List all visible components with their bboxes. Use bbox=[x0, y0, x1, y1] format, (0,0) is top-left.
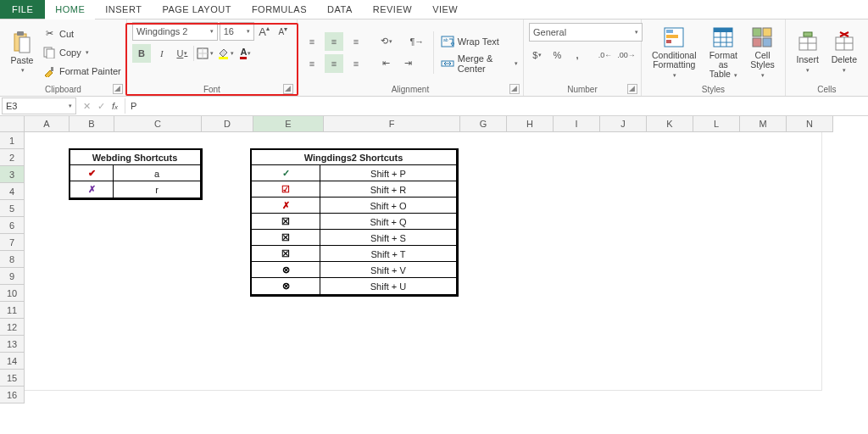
cell[interactable]: ⊗ bbox=[250, 261, 321, 279]
cell[interactable] bbox=[684, 148, 731, 165]
tab-formulas[interactable]: FORMULAS bbox=[242, 0, 317, 19]
cell[interactable] bbox=[69, 132, 114, 149]
cell[interactable] bbox=[638, 181, 685, 198]
increase-font-button[interactable]: A▴ bbox=[256, 22, 273, 41]
cell[interactable] bbox=[638, 326, 685, 342]
cell[interactable] bbox=[113, 197, 200, 214]
decrease-indent-button[interactable]: ⇤ bbox=[377, 54, 396, 73]
cell[interactable] bbox=[593, 293, 639, 310]
cell[interactable] bbox=[113, 277, 200, 294]
cell[interactable] bbox=[776, 181, 822, 198]
cell[interactable] bbox=[199, 132, 251, 149]
cell[interactable] bbox=[501, 181, 548, 198]
cell[interactable] bbox=[547, 342, 593, 359]
cell[interactable] bbox=[776, 293, 822, 310]
cell[interactable] bbox=[684, 358, 731, 375]
cell[interactable] bbox=[25, 358, 70, 375]
tab-insert[interactable]: INSERT bbox=[95, 0, 152, 19]
cell[interactable] bbox=[25, 213, 70, 230]
cell[interactable]: ✗ bbox=[69, 181, 114, 198]
cell[interactable] bbox=[776, 261, 822, 278]
cell[interactable]: Shift + T bbox=[320, 245, 457, 263]
cell[interactable] bbox=[69, 309, 114, 326]
cell[interactable] bbox=[113, 374, 200, 391]
cell[interactable] bbox=[638, 148, 685, 165]
cell[interactable]: Shift + U bbox=[320, 277, 457, 295]
increase-decimal-button[interactable]: .0← bbox=[597, 46, 614, 64]
cell[interactable] bbox=[684, 245, 731, 262]
row-header-6[interactable]: 6 bbox=[0, 217, 25, 234]
cell[interactable] bbox=[730, 326, 776, 342]
col-header-L[interactable]: L bbox=[693, 116, 740, 132]
cell[interactable] bbox=[250, 342, 320, 359]
col-header-D[interactable]: D bbox=[202, 116, 253, 132]
cell[interactable] bbox=[776, 342, 822, 359]
cell[interactable] bbox=[638, 132, 685, 149]
row-header-16[interactable]: 16 bbox=[0, 387, 25, 403]
cell[interactable] bbox=[593, 132, 639, 149]
cell[interactable] bbox=[593, 229, 639, 246]
enter-icon[interactable]: ✓ bbox=[97, 101, 105, 112]
cell[interactable]: ⊗ bbox=[250, 277, 321, 295]
cell[interactable] bbox=[730, 132, 776, 149]
fill-color-button[interactable]: ▾ bbox=[216, 44, 235, 63]
cell[interactable] bbox=[638, 164, 685, 181]
cell[interactable] bbox=[593, 245, 639, 262]
conditional-formatting-button[interactable]: ConditionalFormatting ▾ bbox=[647, 25, 702, 80]
row-header-12[interactable]: 12 bbox=[0, 319, 25, 336]
cell[interactable] bbox=[684, 164, 731, 181]
cell[interactable] bbox=[250, 293, 320, 310]
cell[interactable] bbox=[113, 326, 200, 342]
cell[interactable] bbox=[730, 229, 776, 246]
cell[interactable] bbox=[25, 164, 70, 181]
cell[interactable] bbox=[25, 261, 70, 278]
cell[interactable] bbox=[684, 374, 731, 391]
cell[interactable] bbox=[776, 326, 822, 342]
col-header-M[interactable]: M bbox=[740, 116, 787, 132]
col-header-I[interactable]: I bbox=[554, 116, 600, 132]
tab-data[interactable]: DATA bbox=[317, 0, 363, 19]
col-header-K[interactable]: K bbox=[647, 116, 693, 132]
cell[interactable] bbox=[69, 213, 114, 230]
cell[interactable] bbox=[25, 148, 70, 165]
cell[interactable] bbox=[776, 309, 822, 326]
cell[interactable] bbox=[455, 245, 502, 262]
wrap-text-button[interactable]: abWrap Text bbox=[441, 33, 518, 50]
cell[interactable] bbox=[593, 164, 639, 181]
cell[interactable] bbox=[320, 374, 456, 391]
cell[interactable] bbox=[25, 132, 70, 149]
cell[interactable] bbox=[199, 213, 251, 230]
cell[interactable]: ☒ bbox=[250, 245, 321, 263]
cell[interactable] bbox=[69, 197, 114, 214]
cell[interactable] bbox=[776, 277, 822, 294]
cell[interactable] bbox=[69, 374, 114, 391]
row-header-1[interactable]: 1 bbox=[0, 132, 25, 149]
underline-button[interactable]: U▾ bbox=[173, 44, 192, 63]
cell[interactable] bbox=[69, 229, 114, 246]
cell[interactable] bbox=[593, 326, 639, 342]
cell[interactable] bbox=[455, 358, 502, 375]
format-painter-button[interactable]: Format Painter bbox=[42, 63, 121, 80]
cell[interactable] bbox=[776, 148, 822, 165]
cell[interactable] bbox=[547, 277, 593, 294]
cell[interactable] bbox=[593, 148, 639, 165]
cell[interactable] bbox=[547, 132, 593, 149]
cell[interactable] bbox=[113, 261, 200, 278]
cell[interactable] bbox=[455, 326, 502, 342]
cell[interactable] bbox=[593, 309, 639, 326]
cell[interactable] bbox=[69, 326, 114, 342]
col-header-G[interactable]: G bbox=[460, 116, 507, 132]
cell[interactable] bbox=[455, 229, 502, 246]
cell[interactable] bbox=[776, 358, 822, 375]
row-header-2[interactable]: 2 bbox=[0, 149, 25, 166]
cell[interactable] bbox=[730, 181, 776, 198]
cell[interactable] bbox=[547, 261, 593, 278]
cell[interactable] bbox=[69, 358, 114, 375]
cell[interactable] bbox=[730, 197, 776, 214]
cell[interactable] bbox=[776, 229, 822, 246]
cell[interactable] bbox=[25, 326, 70, 342]
cell[interactable] bbox=[776, 132, 822, 149]
cell[interactable] bbox=[199, 197, 251, 214]
paste-button[interactable]: Paste ▾ bbox=[5, 31, 39, 74]
align-right-button[interactable]: ≡ bbox=[347, 54, 365, 73]
